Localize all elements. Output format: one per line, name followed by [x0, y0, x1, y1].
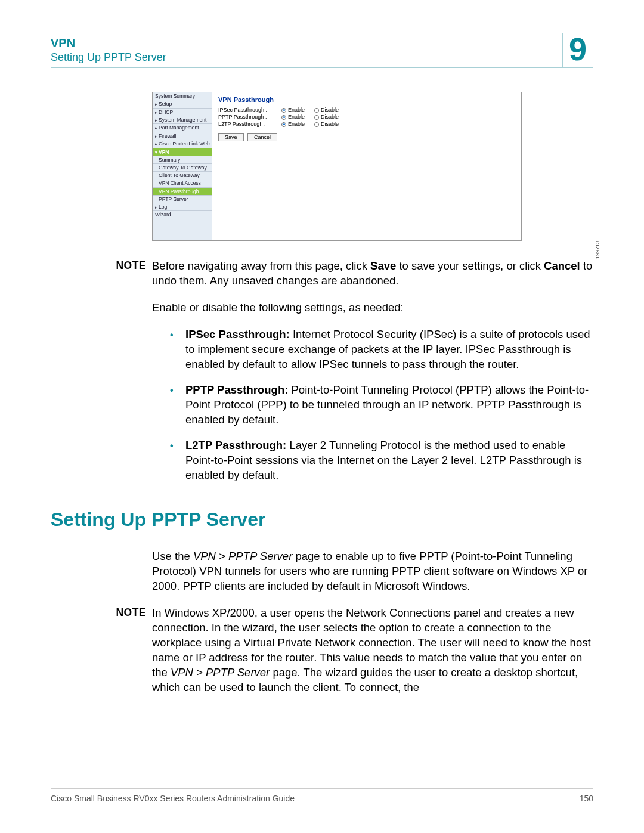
paragraph: Enable or disable the following settings… — [51, 301, 593, 315]
option-label: IPSec Passthrough : — [218, 107, 272, 113]
nav-item[interactable]: Setup — [153, 100, 212, 108]
radio-disable[interactable]: Disable — [314, 107, 339, 113]
radio-enable[interactable]: Enable — [281, 121, 305, 127]
footer-title: Cisco Small Business RV0xx Series Router… — [51, 794, 295, 803]
radio-enable[interactable]: Enable — [281, 107, 305, 113]
screenshot-content: VPN Passthrough IPSec Passthrough : Enab… — [212, 92, 521, 240]
nav-item[interactable]: Port Management — [153, 124, 212, 132]
nav-item-vpn[interactable]: VPN — [153, 148, 212, 156]
nav-item[interactable]: Wizard — [153, 211, 212, 219]
chapter-label: VPN — [51, 36, 166, 50]
nav-item[interactable]: System Management — [153, 116, 212, 124]
nav-sub-item[interactable]: Summary — [153, 156, 212, 164]
nav-sub-item[interactable]: Gateway To Gateway — [153, 164, 212, 172]
save-button[interactable]: Save — [218, 133, 244, 141]
nav-item[interactable]: Firewall — [153, 132, 212, 140]
bullet-icon: • — [170, 438, 185, 483]
bullet-icon: • — [170, 327, 185, 372]
note-block: NOTE In Windows XP/2000, a user opens th… — [51, 606, 593, 695]
cancel-button[interactable]: Cancel — [247, 133, 277, 141]
bullet-item: • IPSec Passthrough: Internet Protocol S… — [170, 327, 593, 372]
radio-icon — [281, 115, 286, 120]
nav-item[interactable]: Cisco ProtectLink Web — [153, 140, 212, 148]
radio-disable[interactable]: Disable — [314, 121, 339, 127]
bullet-icon: • — [170, 383, 185, 428]
section-heading: Setting Up PPTP Server — [51, 507, 593, 532]
page-number: 150 — [580, 794, 593, 803]
nav-item[interactable]: System Summary — [153, 92, 212, 100]
radio-icon — [281, 108, 286, 113]
nav-sidebar: System Summary Setup DHCP System Managem… — [153, 92, 212, 240]
header-subtitle: Setting Up PPTP Server — [51, 51, 166, 64]
radio-icon — [314, 108, 319, 113]
option-label: PPTP Passthrough : — [218, 114, 272, 120]
note-body: Before navigating away from this page, c… — [152, 259, 593, 289]
note-block: NOTE Before navigating away from this pa… — [51, 259, 593, 289]
bullet-item: • L2TP Passthrough: Layer 2 Tunneling Pr… — [170, 438, 593, 483]
note-label: NOTE — [51, 606, 152, 695]
nav-sub-item[interactable]: PPTP Server — [153, 196, 212, 203]
page-footer: Cisco Small Business RV0xx Series Router… — [51, 788, 593, 803]
page-header: VPN Setting Up PPTP Server 9 — [51, 33, 593, 68]
chapter-number-box: 9 — [562, 33, 593, 67]
chapter-number: 9 — [569, 33, 587, 65]
note-label: NOTE — [51, 259, 152, 289]
nav-item[interactable]: Log — [153, 203, 212, 211]
nav-sub-item-passthrough[interactable]: VPN Passthrough — [153, 188, 212, 196]
radio-enable[interactable]: Enable — [281, 114, 305, 120]
nav-sub-item[interactable]: Client To Gateway — [153, 172, 212, 179]
radio-disable[interactable]: Disable — [314, 114, 339, 120]
image-id: 199713 — [595, 241, 600, 259]
radio-icon — [314, 122, 319, 127]
option-row: L2TP Passthrough : Enable Disable — [218, 121, 515, 127]
nav-item[interactable]: DHCP — [153, 109, 212, 116]
bullet-item: • PPTP Passthrough: Point-to-Point Tunne… — [170, 383, 593, 428]
embedded-screenshot: System Summary Setup DHCP System Managem… — [152, 92, 593, 241]
bullet-list: • IPSec Passthrough: Internet Protocol S… — [170, 327, 593, 483]
note-body: In Windows XP/2000, a user opens the Net… — [152, 606, 593, 695]
panel-title: VPN Passthrough — [218, 96, 515, 103]
paragraph: Use the VPN > PPTP Server page to enable… — [51, 549, 593, 594]
option-label: L2TP Passthrough : — [218, 121, 272, 127]
nav-sub-item[interactable]: VPN Client Access — [153, 179, 212, 187]
option-row: PPTP Passthrough : Enable Disable — [218, 114, 515, 120]
radio-icon — [314, 115, 319, 120]
radio-icon — [281, 122, 286, 127]
option-row: IPSec Passthrough : Enable Disable — [218, 107, 515, 113]
